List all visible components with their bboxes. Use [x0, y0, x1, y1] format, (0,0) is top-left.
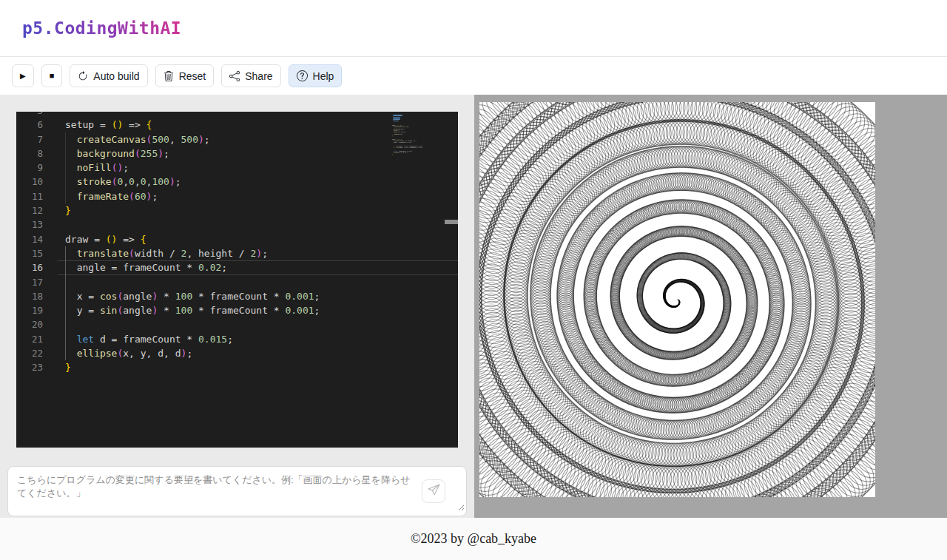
play-icon: ▶ [20, 72, 26, 80]
stop-button[interactable]: ■ [41, 64, 63, 87]
preview-panel [474, 95, 947, 518]
stop-icon: ■ [50, 72, 55, 80]
copyright-text: ©2023 by @cab_kyabe [411, 531, 536, 547]
minimap-line-bar [393, 117, 400, 118]
reset-button[interactable]: Reset [155, 64, 215, 87]
auto-build-button[interactable]: Auto build [70, 64, 147, 87]
minimap-line-bar [393, 115, 402, 116]
help-label: Help [313, 70, 334, 82]
share-label: Share [245, 70, 272, 82]
code-line-13[interactable]: 13 [16, 217, 458, 232]
code-line-22[interactable]: 22 ellipse(x, y, d, d); [16, 346, 458, 360]
app-footer: ©2023 by @cab_kyabe [0, 518, 947, 560]
code-line-20[interactable]: 20 [16, 317, 458, 331]
scrollbar-cursor-marker [445, 220, 458, 224]
send-icon [428, 484, 440, 499]
sketch-canvas [479, 102, 875, 497]
resize-grip[interactable] [457, 501, 465, 514]
run-button[interactable]: ▶ [12, 64, 34, 87]
prompt-box [7, 466, 467, 516]
reset-label: Reset [179, 70, 206, 82]
code-line-15[interactable]: 15 translate(width / 2, height / 2); [16, 246, 458, 260]
minimap-line-bar [393, 121, 399, 122]
main-content: 56setup = () => {7 createCanvas(500, 500… [0, 95, 947, 518]
send-button[interactable] [422, 479, 445, 503]
editor-minimap[interactable]: setup = () => { createCanvas(500, 500); … [392, 114, 447, 210]
code-line-18[interactable]: 18 x = cos(angle) * 100 * frameCount * 0… [16, 289, 458, 303]
trash-icon [164, 71, 174, 81]
app-header: p5.CodingWithAI [0, 0, 947, 57]
minimap-line-bar [393, 118, 400, 120]
code-line-19[interactable]: 19 y = sin(angle) * 100 * frameCount * 0… [16, 303, 458, 317]
code-editor[interactable]: 56setup = () => {7 createCanvas(500, 500… [16, 112, 458, 448]
auto-build-label: Auto build [93, 70, 139, 82]
share-icon [229, 71, 240, 81]
code-line-21[interactable]: 21 let d = frameCount * 0.015; [16, 332, 458, 346]
toolbar: ▶ ■ Auto build Reset Share H [0, 57, 947, 95]
editor-pane: 56setup = () => {7 createCanvas(500, 500… [0, 95, 474, 518]
app-title: p5.CodingWithAI [22, 18, 181, 38]
code-line-16[interactable]: 16 angle = frameCount * 0.02; [16, 260, 458, 274]
code-line-14[interactable]: 14draw = () => { [16, 232, 458, 246]
prompt-input[interactable] [8, 467, 466, 516]
refresh-icon [78, 71, 88, 81]
code-line-17[interactable]: 17 [16, 275, 458, 289]
question-icon [297, 70, 308, 81]
app: p5.CodingWithAI ▶ ■ Auto build Reset Sha… [0, 0, 947, 560]
help-button[interactable]: Help [289, 64, 343, 87]
code-line-23[interactable]: 23} [16, 360, 458, 374]
editor-scrollbar[interactable] [445, 112, 458, 448]
share-button[interactable]: Share [221, 64, 280, 87]
